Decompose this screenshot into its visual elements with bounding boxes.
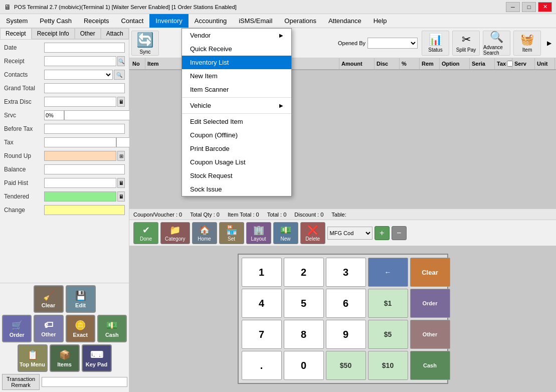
dropdown-item-coupon-usage-list[interactable]: Coupon Usage List [182,155,291,169]
before-tax-input[interactable] [44,124,125,134]
receipt-search-btn[interactable]: 🔍 [117,56,125,66]
menu-help[interactable]: Help [367,14,393,28]
dropdown-item-sock-issue[interactable]: Sock Issue [182,182,291,196]
transaction-remark-button[interactable]: Transaction Remark [2,374,40,390]
layout-button[interactable]: 🏢 Layout [246,222,271,244]
mfg-cod-select[interactable]: MFG Cod [327,227,373,240]
key-4[interactable]: 4 [242,289,282,318]
date-input[interactable] [44,43,125,53]
key-8[interactable]: 8 [284,320,324,349]
menu-operations[interactable]: Operations [278,14,322,28]
left-panel: Receipt Receipt Info Other Attach Date R… [0,28,129,392]
dropdown-item-coupon-offline[interactable]: Coupon (Offline) [182,128,291,142]
dropdown-item-new-item[interactable]: New Item [182,69,291,83]
delete-button[interactable]: ❌ Delete [300,222,325,244]
keypad-button[interactable]: ⌨ Key Pad [82,344,112,372]
category-button[interactable]: 📁 Category [160,222,190,244]
key-5[interactable]: 5 [284,289,324,318]
key-0[interactable]: 0 [284,351,324,380]
key-Clear[interactable]: Clear [410,258,450,287]
dropdown-item-vendor[interactable]: Vendor▶ [182,29,291,42]
edit-button[interactable]: 💾 Edit [66,285,96,313]
sync-button[interactable]: 🔄 Sync [131,31,159,56]
minus-button[interactable]: − [392,226,407,240]
add-button[interactable]: + [375,226,390,240]
paid-hist-input[interactable] [44,178,116,188]
menu-contact[interactable]: Contact [115,14,150,28]
opened-by-select[interactable] [367,38,418,49]
tendered-input[interactable] [44,191,116,202]
tab-receipt-info[interactable]: Receipt Info [32,28,75,39]
exact-button[interactable]: 🪙 Exact [66,315,95,342]
menu-receipts[interactable]: Receipts [78,14,115,28]
menu-petty-cash[interactable]: Petty Cash [34,14,78,28]
menu-accounting[interactable]: Accounting [189,14,233,28]
done-button[interactable]: ✔ Done [133,222,158,244]
key-2[interactable]: 2 [284,258,324,287]
key-9[interactable]: 9 [326,320,366,349]
split-pay-button[interactable]: ✂ Split Pay [452,31,480,56]
extra-disc-calc-btn[interactable]: 🖩 [117,97,125,107]
key-dollar-5[interactable]: $5 [368,320,408,349]
dropdown-item-vehicle[interactable]: Vehicle▶ [182,99,291,112]
top-menu-button[interactable]: 📋 Top Menu [18,344,48,372]
dropdown-item-stock-request[interactable]: Stock Request [182,169,291,182]
menu-attendance[interactable]: Attendance [322,14,367,28]
cash-button[interactable]: 💵 Cash [97,315,127,342]
menu-inventory[interactable]: Inventory [149,14,188,28]
srvc-pct-input[interactable] [44,110,64,120]
paid-hist-btn[interactable]: 🖩 [117,178,125,188]
app-icon: 🖥 [4,3,11,11]
change-input[interactable] [44,205,125,215]
grand-total-input[interactable] [44,83,125,93]
tab-attach[interactable]: Attach [101,28,129,39]
extra-disc-input[interactable] [44,97,116,107]
key-Cash[interactable]: Cash [410,351,450,380]
transaction-remark-input[interactable] [42,377,127,387]
key-Other[interactable]: Other [410,320,450,349]
expand-button[interactable]: ▶ [544,31,554,56]
menu-system[interactable]: System [0,14,34,28]
contacts-select[interactable] [44,70,113,80]
key-Order[interactable]: Order [410,289,450,318]
key-dot[interactable]: . [242,351,282,380]
receipt-input[interactable] [44,56,116,66]
contacts-search-btn[interactable]: 🔍 [114,70,125,80]
clear-button[interactable]: 🧹 Clear [34,285,64,313]
other-button[interactable]: 🏷 Other [34,315,63,342]
dropdown-item-edit-selected-item[interactable]: Edit Selected Item [182,115,291,128]
key-7[interactable]: 7 [242,320,282,349]
clear-icon: 🧹 [43,290,54,301]
key-dollar-10[interactable]: $10 [368,351,408,380]
key-←[interactable]: ← [368,258,408,287]
tax-input[interactable] [44,137,116,147]
srvc-input[interactable] [64,110,136,120]
tendered-btn[interactable]: 🖩 [117,191,125,202]
close-button[interactable]: ✕ [538,2,552,12]
round-up-btn[interactable]: ⊞ [117,151,125,161]
balance-input[interactable] [44,164,125,174]
key-3[interactable]: 3 [326,258,366,287]
dropdown-item-item-scanner[interactable]: Item Scanner [182,83,291,96]
key-dollar-50[interactable]: $50 [326,351,366,380]
new-button[interactable]: 💵 New [273,222,298,244]
dropdown-item-inventory-list[interactable]: Inventory List [182,56,291,69]
minimize-button[interactable]: ─ [506,2,520,12]
items-button[interactable]: 📦 Items [50,344,80,372]
round-up-input[interactable] [44,151,116,161]
dropdown-item-print-barcode[interactable]: Print Barcode [182,142,291,155]
dropdown-item-quick-receive[interactable]: Quick Receive [182,42,291,56]
home-button[interactable]: 🏠 Home [192,222,217,244]
set-button[interactable]: 🏪 Set [219,222,244,244]
order-button[interactable]: 🛒 Order [2,315,32,342]
tab-receipt[interactable]: Receipt [0,28,32,39]
menu-isms-email[interactable]: iSMS/Email [233,14,278,28]
tab-other[interactable]: Other [75,28,101,39]
key-dollar-1[interactable]: $1 [368,289,408,318]
item-button[interactable]: 🧺 Item [513,31,541,56]
advance-search-button[interactable]: 🔍 Advance Search [483,31,510,56]
key-6[interactable]: 6 [326,289,366,318]
key-1[interactable]: 1 [242,258,282,287]
maximize-button[interactable]: □ [522,2,536,12]
status-button[interactable]: 📊 Status [422,31,449,56]
